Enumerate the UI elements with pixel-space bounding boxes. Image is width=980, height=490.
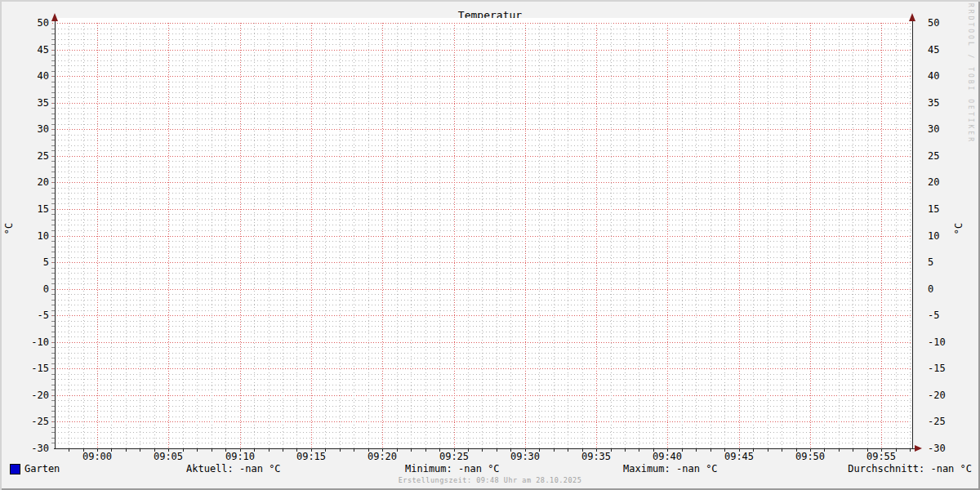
y-tick-label-right: 15 (928, 203, 964, 215)
y-tick-label-left: -30 (13, 443, 49, 454)
y-tick-label-right: 50 (928, 17, 964, 29)
x-tick-label: 09:15 (291, 452, 332, 462)
grid-major-v (454, 23, 455, 452)
x-axis-tick (696, 449, 697, 452)
grid-minor-v (539, 23, 540, 448)
x-axis-tick (554, 449, 555, 452)
x-axis-tick (69, 449, 69, 452)
y-tick-label-left: 30 (13, 123, 49, 135)
grid-minor-v (696, 23, 697, 448)
grid-minor-v (212, 23, 212, 448)
grid-major-v (810, 23, 811, 452)
x-axis-arrow-icon (915, 445, 922, 452)
y-tick-label-left: 20 (13, 176, 49, 188)
y-tick-label-right: 40 (928, 70, 964, 82)
x-axis-tick (354, 449, 354, 452)
x-tick-label: 09:55 (861, 452, 902, 462)
y-tick-label-right: 35 (928, 97, 964, 109)
legend-series-label: Garten (24, 463, 60, 474)
grid-major-v (168, 23, 169, 452)
grid-minor-v (710, 23, 711, 448)
grid-minor-v (439, 23, 440, 448)
y-tick-label-right: 30 (928, 123, 964, 135)
grid-minor-v (468, 23, 469, 448)
x-axis-tick (212, 449, 212, 452)
x-axis-tick (568, 449, 568, 452)
y-axis-line-right (912, 18, 913, 449)
grid-minor-v (325, 23, 326, 448)
grid-major-v (240, 23, 241, 452)
y-tick-label-left: -5 (13, 310, 49, 321)
y-tick-label-right: -25 (928, 416, 964, 427)
grid-minor-v (753, 23, 754, 448)
grid-minor-v (724, 23, 725, 448)
y-tick-label-left: -10 (13, 336, 49, 348)
grid-minor-v (111, 23, 112, 448)
grid-major-v (97, 23, 98, 452)
x-tick-label: 09:35 (576, 452, 617, 462)
y-tick-label-right: -5 (928, 310, 964, 321)
rrdtool-watermark: RRDTOOL / TOBI OETIKER (967, 3, 974, 144)
grid-minor-v (340, 23, 341, 448)
x-axis-tick (853, 449, 853, 452)
x-tick-label: 09:20 (362, 452, 403, 462)
grid-minor-v (653, 23, 654, 448)
x-axis-tick (839, 449, 840, 452)
grid-major-v (596, 23, 597, 452)
y-tick-label-left: 35 (13, 97, 49, 109)
grid-minor-v (554, 23, 555, 448)
x-tick-label: 09:05 (148, 452, 189, 462)
grid-minor-v (69, 23, 69, 448)
grid-minor-v (682, 23, 683, 448)
x-tick-label: 09:25 (434, 452, 474, 462)
y-tick-label-right: 20 (928, 176, 964, 188)
x-axis-tick (411, 449, 412, 452)
x-axis-tick (768, 449, 768, 452)
x-axis-tick (269, 449, 270, 452)
grid-major-v (881, 23, 882, 452)
y-tick-label-right: -15 (928, 363, 964, 374)
grid-minor-v (296, 23, 297, 448)
grid-major-v (739, 23, 740, 452)
creation-timestamp: Erstellungszeit: 09:48 Uhr am 28.10.2025 (0, 476, 980, 484)
grid-minor-v (510, 23, 511, 448)
x-tick-label: 09:10 (220, 452, 261, 462)
grid-minor-v (254, 23, 255, 448)
y-tick-label-right: -10 (928, 336, 964, 348)
y-tick-label-right: 0 (928, 283, 964, 295)
x-axis-tick (639, 449, 639, 452)
y-axis-arrow-right-icon (909, 13, 915, 21)
x-axis-tick (482, 449, 483, 452)
grid-major-v (667, 23, 668, 452)
x-axis-tick (425, 449, 426, 452)
grid-minor-v (796, 23, 797, 448)
x-tick-label: 09:30 (505, 452, 546, 462)
x-axis-line (54, 448, 915, 449)
grid-minor-v (83, 23, 84, 448)
legend-swatch-garten (10, 464, 20, 474)
grid-minor-v (425, 23, 426, 448)
grid-minor-v (269, 23, 270, 448)
x-tick-label: 09:40 (647, 452, 688, 462)
x-axis-tick (340, 449, 341, 452)
y-tick-label-left: 15 (13, 203, 49, 215)
grid-major-v (311, 23, 312, 452)
x-axis-tick (782, 449, 782, 452)
grid-minor-v (283, 23, 283, 448)
grid-minor-v (397, 23, 398, 448)
x-axis-tick (126, 449, 127, 452)
grid-minor-v (611, 23, 612, 448)
y-tick-label-right: 10 (928, 230, 964, 242)
y-tick-label-left: 45 (13, 44, 49, 56)
grid-minor-v (154, 23, 155, 448)
y-tick-label-left: 5 (13, 256, 49, 268)
grid-minor-v (126, 23, 127, 448)
y-tick-label-left: -25 (13, 416, 49, 427)
x-tick-label: 09:45 (719, 452, 760, 462)
y-tick-label-left: 40 (13, 70, 49, 82)
grid-major-v (382, 23, 383, 452)
grid-minor-v (910, 23, 911, 448)
y-tick-label-right: 5 (928, 256, 964, 268)
grid-minor-v (354, 23, 354, 448)
x-axis-tick (497, 449, 497, 452)
